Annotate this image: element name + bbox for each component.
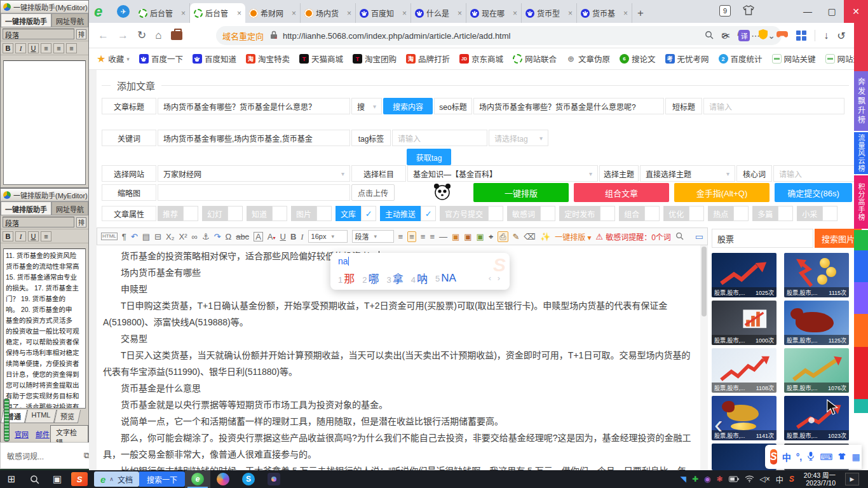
toolbox-grid-icon[interactable]: ▦ [851,452,860,462]
align-right-icon[interactable]: ≡ [66,43,77,53]
tab-close-icon[interactable]: × [347,9,351,18]
image-left-icon[interactable]: ▣ [464,233,471,241]
taskbar-search-button[interactable]: 搜索一下 [139,471,185,487]
stock-image-tile[interactable]: 股票,股市,...1000次 [712,301,776,345]
telegram-icon[interactable]: ✈ [117,5,130,18]
tab-url-nav[interactable]: 网址导航 [51,201,88,215]
wifi-icon[interactable] [745,473,754,485]
home-icon[interactable]: ⌂ [155,29,161,42]
close-button[interactable]: ✕ [844,0,868,23]
doc-search-widget[interactable]: e ∧ 文档 [94,471,139,487]
tag-select[interactable]: 请选择tag▾ [489,130,548,146]
bookmark-item[interactable]: 百度一下 [139,53,183,65]
anchor-icon[interactable]: ⚓ [202,233,210,241]
underline-button[interactable]: U [28,231,39,241]
checkbox[interactable]: ✓ [272,206,287,221]
checkbox[interactable]: ✓ [316,206,332,221]
font-size-select[interactable]: 16px▾ [308,230,348,243]
volume-muted-icon[interactable]: ◁× [760,475,770,484]
address-bar[interactable]: 域名重定向 × http://lianhe.5068.com/index.php… [216,26,782,45]
start-button[interactable]: ⊞ [0,470,23,488]
article-title-input[interactable]: 场内货币基金有哪些？货币基金是什么意思？ [158,98,350,114]
align-center-icon[interactable]: ≡ [53,43,64,53]
editor-textarea[interactable] [3,60,86,185]
taskbar-app-skype[interactable]: S [236,470,261,488]
italic-icon[interactable]: I [301,233,303,241]
paragraph-style-select[interactable]: 段落▾ [352,230,394,243]
tray-app-icon[interactable]: ◉ [704,475,710,484]
browser-tab[interactable]: 希财网× [245,3,301,23]
briefcase-icon[interactable] [171,31,182,40]
banner-liuliang[interactable]: 流量风云榜 [854,132,868,174]
stock-image-tile[interactable]: 股票,股市,...1115次 [784,253,849,297]
tab-layout-helper[interactable]: 一键排版助手 [1,201,51,215]
tab-close-icon[interactable]: × [623,9,628,18]
checkbox[interactable]: ✓ [540,206,555,221]
translate-icon[interactable]: 译 [738,30,750,41]
align-left-icon[interactable]: ≡ [398,233,403,241]
style-button[interactable]: 排 [76,217,86,227]
link-icon[interactable]: ∞ [192,233,198,241]
seo-title-input[interactable]: 场内货币基金有哪些？货币基金是什么意思呢? [473,98,664,114]
checkbox[interactable]: ✓ [733,206,749,221]
browser-tab[interactable]: 现在哪× [466,3,522,23]
keyboard-icon[interactable]: ⌨ [820,452,832,462]
image-query-input[interactable]: 股票 [712,229,813,248]
align-left-icon[interactable]: ≡ [41,231,51,241]
align-justify-icon[interactable]: ≡ [430,233,435,241]
window-titlebar[interactable]: 一键排版助手(MyEditor) [1,189,88,201]
tray-safety-icon[interactable]: ✚ [692,475,698,484]
tab-close-icon[interactable]: × [402,9,407,18]
task-view-icon[interactable]: ▣ [46,470,69,488]
tab-close-icon[interactable]: × [568,9,573,18]
horizontal-rule-icon[interactable]: — [439,233,447,241]
bookmark-item[interactable]: 6搜论文 [620,53,656,65]
gamepad-icon[interactable] [776,30,788,41]
bookmark-item[interactable]: 网站关键 [772,53,816,65]
core-word-input[interactable]: 请输入 [773,165,856,182]
superscript-icon[interactable]: X² [179,233,187,241]
redo-icon[interactable]: ↷ [214,233,221,241]
search-content-button[interactable]: 搜索内容 [383,98,433,114]
style-button[interactable]: 排 [76,29,86,39]
magic-clean-icon[interactable]: ✨ [540,233,550,241]
browser-logo[interactable]: e [94,3,102,20]
browser-tab[interactable]: 场内货× [301,3,356,23]
banner-segment-blue[interactable] [854,250,868,282]
bookmark-item[interactable]: T天猫商城 [299,53,343,65]
stock-image-tile[interactable]: 股票,股市,...1076次 [784,348,849,393]
underline-button[interactable]: U [28,43,39,53]
tab-close-icon[interactable]: × [458,9,462,18]
checkbox[interactable]: ✓ [421,206,436,221]
keyword-input[interactable]: 场内货币基金有哪些,场内货币基金,货币基金 [158,130,350,146]
checkbox[interactable]: ✓ [488,206,503,221]
bookmark-favorites[interactable]: ★收藏▾ [97,53,130,65]
notes-textarea[interactable]: 11. 货币基金的投资风险 货币基金的流动性非常高 15. 货币基金通常由专业 … [3,248,86,409]
carousel-prev-icon[interactable]: ‹ [714,412,722,437]
banner-segment-orange[interactable] [854,314,868,347]
paragraph-select[interactable]: 段落 [3,217,74,227]
microphone-icon[interactable] [807,451,815,463]
italic-button[interactable]: I [15,231,26,241]
tab-close-icon[interactable]: × [181,9,186,18]
bookmark-item[interactable]: JD京东商城 [459,53,503,65]
banner-jifen[interactable]: 积分高手榜 [854,175,868,229]
tray-cluster-icon[interactable]: ❃ [716,475,722,484]
window-titlebar[interactable]: 一键排版助手(MyEditor) [1,1,88,13]
checkbox[interactable]: ✓ [778,206,793,221]
view-tab-preview[interactable]: 预览 [54,410,81,423]
banner-benfa[interactable]: 奔发飘升榜 [854,71,868,131]
official-site-link[interactable]: 官网 [15,431,29,438]
ime-candidate[interactable]: 5NA [435,272,456,285]
bookmark-item[interactable]: 考无忧考网 [665,53,709,65]
taskbar-app-browser[interactable]: e [185,470,210,488]
bookmark-item[interactable]: 淘品牌打折 [406,53,450,65]
sogou-tray-icon[interactable]: S [789,475,794,484]
combine-article-button[interactable]: 组合文章 [574,183,669,202]
tab-url-nav[interactable]: 网址导航 [51,13,88,27]
bookmark-item[interactable]: 淘淘宝特卖 [246,53,290,65]
bookmark-item[interactable]: T淘宝团购 [353,53,397,65]
refresh-icon[interactable]: ↻ [137,29,146,42]
format-brush-icon[interactable]: ✎ [513,233,520,241]
thumbnail-input[interactable] [158,184,350,201]
